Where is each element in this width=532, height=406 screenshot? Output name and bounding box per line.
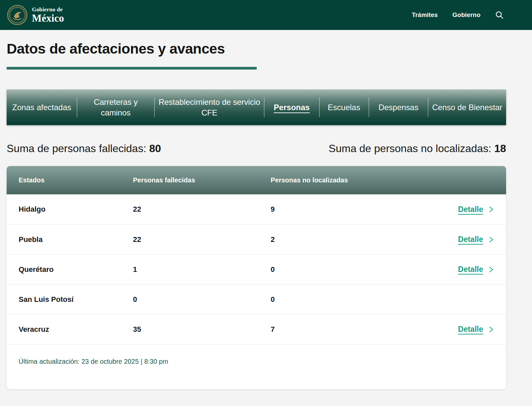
missing-count: 2 bbox=[271, 235, 431, 244]
title-underline-rule bbox=[7, 67, 257, 70]
state-name: Hidalgo bbox=[19, 205, 133, 214]
detail-link-queretaro[interactable]: Detalle bbox=[458, 265, 494, 274]
deceased-count: 35 bbox=[133, 325, 271, 334]
col-header-no-localizadas: Personas no localizadas bbox=[271, 176, 431, 184]
tab-censo-de-bienestar[interactable]: Censo de Bienestar bbox=[428, 90, 506, 125]
gov-nav: Trámites Gobierno bbox=[412, 11, 522, 19]
col-header-estados: Estados bbox=[19, 176, 133, 184]
tab-restablecimiento-cfe[interactable]: Restablecimiento de servicio CFE bbox=[155, 90, 264, 125]
gov-header: Gobierno de México Trámites Gobierno bbox=[0, 0, 532, 30]
tab-zonas-afectadas[interactable]: Zonas afectadas bbox=[7, 90, 77, 125]
deceased-count: 22 bbox=[133, 235, 271, 244]
table-row-queretaro: Querétaro 1 0 Detalle bbox=[7, 254, 506, 284]
tab-carreteras-y-caminos[interactable]: Carreteras y caminos bbox=[77, 90, 154, 125]
tab-personas-active[interactable]: Personas bbox=[264, 90, 319, 125]
col-header-fallecidas: Personas fallecidas bbox=[133, 176, 271, 184]
search-button[interactable] bbox=[495, 11, 504, 19]
state-name: Querétaro bbox=[19, 265, 133, 274]
detail-link-puebla[interactable]: Detalle bbox=[458, 235, 494, 244]
chevron-right-icon bbox=[488, 326, 494, 333]
missing-count: 0 bbox=[271, 295, 431, 304]
card-footer: Última actualización: 23 de octubre 2025… bbox=[7, 344, 506, 389]
page-title: Datos de afectaciones y avances bbox=[7, 41, 506, 57]
state-name: Veracruz bbox=[19, 325, 133, 334]
search-icon bbox=[495, 11, 504, 19]
nav-link-tramites[interactable]: Trámites bbox=[412, 11, 438, 19]
gobierno-de-mexico-logo[interactable]: Gobierno de México bbox=[7, 4, 64, 26]
chevron-right-icon bbox=[488, 236, 494, 243]
summary-missing: Suma de personas no localizadas: 18 bbox=[329, 142, 506, 155]
states-table-card: Estados Personas fallecidas Personas no … bbox=[7, 166, 506, 389]
table-row-san-luis-potosi: San Luis Potosí 0 0 bbox=[7, 284, 506, 314]
state-name: San Luis Potosí bbox=[19, 295, 133, 304]
mexico-seal-icon bbox=[7, 4, 28, 26]
main-content: Datos de afectaciones y avances Zonas af… bbox=[7, 41, 506, 389]
missing-count: 9 bbox=[271, 205, 431, 214]
section-tabbar: Zonas afectadas Carreteras y caminos Res… bbox=[7, 90, 506, 125]
logo-text-line1: Gobierno de bbox=[32, 7, 64, 12]
tab-despensas[interactable]: Despensas bbox=[369, 90, 428, 125]
detail-link-hidalgo[interactable]: Detalle bbox=[458, 205, 494, 214]
deceased-count: 1 bbox=[133, 265, 271, 274]
chevron-right-icon bbox=[488, 206, 494, 213]
tab-escuelas[interactable]: Escuelas bbox=[320, 90, 369, 125]
last-update-text: Última actualización: 23 de octubre 2025… bbox=[19, 358, 494, 365]
table-row-hidalgo: Hidalgo 22 9 Detalle bbox=[7, 194, 506, 224]
summary-totals: Suma de personas fallecidas: 80 Suma de … bbox=[7, 142, 506, 155]
summary-deceased: Suma de personas fallecidas: 80 bbox=[7, 142, 161, 155]
deceased-count: 22 bbox=[133, 205, 271, 214]
missing-count: 0 bbox=[271, 265, 431, 274]
table-row-veracruz: Veracruz 35 7 Detalle bbox=[7, 314, 506, 344]
missing-count: 7 bbox=[271, 325, 431, 334]
nav-link-gobierno[interactable]: Gobierno bbox=[453, 11, 480, 19]
summary-deceased-value: 80 bbox=[149, 142, 161, 154]
table-row-puebla: Puebla 22 2 Detalle bbox=[7, 224, 506, 254]
state-name: Puebla bbox=[19, 235, 133, 244]
chevron-right-icon bbox=[488, 266, 494, 273]
summary-missing-value: 18 bbox=[494, 142, 506, 154]
deceased-count: 0 bbox=[133, 295, 271, 304]
logo-text-line2: México bbox=[32, 13, 64, 23]
table-header-row: Estados Personas fallecidas Personas no … bbox=[7, 166, 506, 194]
detail-link-veracruz[interactable]: Detalle bbox=[458, 325, 494, 334]
